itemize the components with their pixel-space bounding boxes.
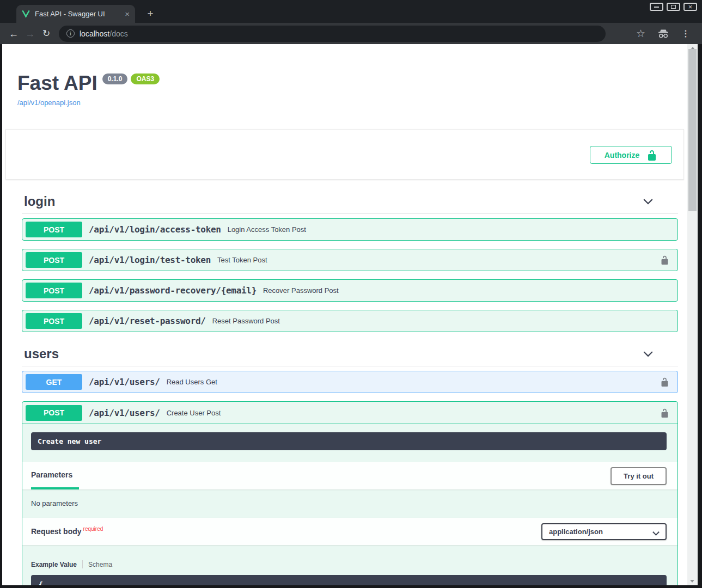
api-title-row: Fast API 0.1.0 OAS3 <box>17 72 674 95</box>
page-viewport: Fast API 0.1.0 OAS3 /api/v1/openapi.json… <box>2 44 687 585</box>
parameters-header: Parameters Try it out <box>22 462 677 489</box>
opblock-login-test-token[interactable]: POST /api/v1/login/test-token Test Token… <box>22 249 678 271</box>
authorize-label: Authorize <box>605 151 640 160</box>
auth-lock-button[interactable] <box>660 255 669 265</box>
chevron-down-icon[interactable] <box>642 348 654 360</box>
incognito-icon[interactable] <box>657 29 669 39</box>
minimize-icon <box>654 7 659 8</box>
section-users: users GET /api/v1/users/ Read Users Get … <box>22 346 678 585</box>
operation-description: Create new user <box>31 432 667 450</box>
minimize-button[interactable] <box>650 3 663 11</box>
opblock-reset-password[interactable]: POST /api/v1/reset-password/ Reset Passw… <box>22 310 678 332</box>
endpoint-summary: Create User Post <box>167 409 221 417</box>
page-scrollbar[interactable] <box>687 44 698 585</box>
browser-menu-icon[interactable]: ⋮ <box>681 29 690 38</box>
request-body-header: Request body required application/json <box>22 518 677 545</box>
required-flag: required <box>83 526 103 532</box>
section-users-title: users <box>24 346 59 362</box>
media-type-select[interactable]: application/json <box>541 523 667 540</box>
example-tabs: Example Value Schema <box>31 560 667 568</box>
tab-example-value[interactable]: Example Value <box>31 561 77 568</box>
opblock-read-users[interactable]: GET /api/v1/users/ Read Users Get <box>22 371 678 393</box>
method-badge: POST <box>26 313 82 329</box>
scrollbar-thumb[interactable] <box>688 49 697 211</box>
close-button[interactable]: × <box>683 3 697 11</box>
openapi-spec-link[interactable]: /api/v1/openapi.json <box>17 99 81 107</box>
url-bar[interactable]: i localhost/docs <box>59 26 606 42</box>
tab-separator <box>82 560 83 568</box>
tab-title: Fast API - Swagger UI <box>35 10 120 18</box>
method-badge: POST <box>26 252 82 268</box>
url-path: /docs <box>109 29 127 38</box>
opblock-login-access-token[interactable]: POST /api/v1/login/access-token Login Ac… <box>22 218 678 241</box>
unlocked-padlock-icon <box>660 255 669 265</box>
unlocked-padlock-icon <box>660 408 669 418</box>
section-login-header[interactable]: login <box>22 194 678 214</box>
tab-schema[interactable]: Schema <box>88 561 112 568</box>
auth-lock-button[interactable] <box>660 408 669 418</box>
method-badge: GET <box>26 374 82 390</box>
api-info: Fast API 0.1.0 OAS3 /api/v1/openapi.json <box>17 72 674 107</box>
endpoint-summary: Recover Password Post <box>263 286 339 295</box>
endpoint-path: /api/v1/login/test-token <box>89 255 211 265</box>
endpoint-summary: Reset Password Post <box>212 317 280 325</box>
new-tab-button[interactable]: + <box>143 7 157 21</box>
auth-lock-button[interactable] <box>660 377 669 387</box>
oas3-badge: OAS3 <box>131 74 160 84</box>
endpoint-summary: Test Token Post <box>217 256 267 264</box>
opblock-password-recovery[interactable]: POST /api/v1/password-recovery/{email} R… <box>22 279 678 302</box>
toolbar-right-icons: ☆ ⋮ <box>636 28 697 39</box>
no-parameters-text: No parameters <box>22 489 677 518</box>
method-badge: POST <box>26 405 82 421</box>
url-text: localhost/docs <box>80 29 128 38</box>
authorize-button[interactable]: Authorize <box>590 146 672 164</box>
tab-close-icon[interactable]: × <box>125 10 130 18</box>
browser-tab[interactable]: Fast API - Swagger UI × <box>16 5 135 23</box>
method-badge: POST <box>26 222 82 237</box>
opblock-body: Create new user Parameters Try it out No… <box>22 432 677 585</box>
window-controls: × <box>650 3 697 11</box>
api-badges: 0.1.0 OAS3 <box>102 74 160 84</box>
page-title: Fast API <box>17 72 97 95</box>
url-host: localhost <box>80 29 109 38</box>
forward-button[interactable]: → <box>22 29 38 39</box>
endpoint-path: /api/v1/password-recovery/{email} <box>89 285 257 296</box>
section-login-title: login <box>24 194 55 209</box>
media-type-value: application/json <box>549 528 603 536</box>
maximize-icon <box>671 5 676 9</box>
browser-toolbar: ← → ↻ i localhost/docs ☆ ⋮ <box>0 23 702 44</box>
opblock-create-user-summary[interactable]: POST /api/v1/users/ Create User Post <box>22 402 677 424</box>
section-login: login POST /api/v1/login/access-token Lo… <box>22 194 678 332</box>
version-badge: 0.1.0 <box>102 74 128 84</box>
endpoint-summary: Login Access Token Post <box>228 225 306 234</box>
reload-button[interactable]: ↻ <box>38 29 54 38</box>
vue-favicon-icon <box>22 10 30 18</box>
endpoint-path: /api/v1/users/ <box>89 408 160 418</box>
back-button[interactable]: ← <box>5 29 22 39</box>
chevron-down-icon[interactable] <box>642 195 654 207</box>
request-body-label: Request body <box>31 527 82 536</box>
model-example: Example Value Schema { <box>31 560 667 585</box>
scrollbar-down-icon[interactable] <box>690 580 694 583</box>
example-code-block: { <box>31 575 667 585</box>
parameters-tab[interactable]: Parameters <box>31 462 79 489</box>
endpoint-path: /api/v1/users/ <box>89 377 160 387</box>
section-users-header[interactable]: users <box>22 346 678 366</box>
try-it-out-button[interactable]: Try it out <box>611 467 667 485</box>
bookmark-star-icon[interactable]: ☆ <box>636 28 645 39</box>
unlocked-padlock-icon <box>660 377 669 387</box>
maximize-button[interactable] <box>667 3 680 11</box>
scheme-container: Authorize <box>5 129 684 180</box>
method-badge: POST <box>26 283 82 298</box>
endpoint-path: /api/v1/login/access-token <box>89 224 221 235</box>
endpoint-path: /api/v1/reset-password/ <box>89 316 206 326</box>
site-info-icon[interactable]: i <box>66 29 75 38</box>
opblock-create-user: POST /api/v1/users/ Create User Post Cre… <box>22 401 678 585</box>
unlocked-padlock-icon <box>646 150 657 161</box>
window-titlebar: Fast API - Swagger UI × + × <box>0 0 702 23</box>
endpoint-summary: Read Users Get <box>167 378 217 386</box>
